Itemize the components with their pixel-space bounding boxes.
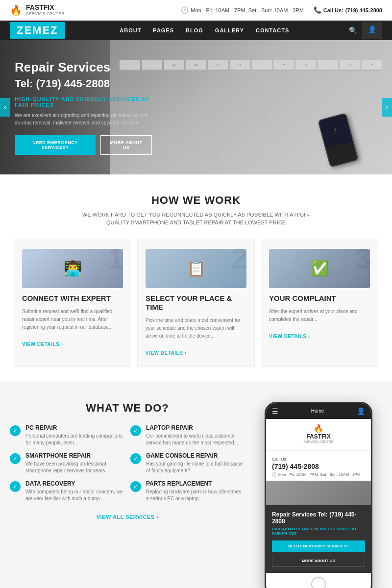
service-parts: ✓ PARTS REPLACEMENT Replacing hardware p… bbox=[130, 480, 245, 502]
search-icon[interactable]: 🔍 bbox=[344, 22, 362, 39]
phone-about-btn[interactable]: MORE ABOUT US bbox=[272, 555, 365, 567]
phone-flame-icon: 🔥 bbox=[314, 424, 323, 433]
step2-desc: Pick the time and place most convenient … bbox=[146, 317, 246, 340]
emergency-button[interactable]: NEED EMERGENCY SERVICES? bbox=[15, 135, 96, 155]
phone-hero-title: Repair Services Tel: (719) 445-2808 bbox=[272, 511, 365, 525]
step3-link[interactable]: VIEW DETAILS › bbox=[269, 334, 310, 339]
service-parts-desc: Replacing hardware parts is how oftentim… bbox=[146, 489, 245, 502]
phone-number: (719) 445-2808 bbox=[272, 463, 365, 470]
nav-contacts[interactable]: CONTACTS bbox=[250, 21, 295, 40]
call-us-label: Call Us: bbox=[323, 7, 343, 13]
phone-hours-text: Mon - Fri: 10AM - 7PM, Sat - Sun: 10AM -… bbox=[278, 472, 361, 477]
nav-badge: ZEMEZ bbox=[10, 22, 65, 39]
nav-links: ABOUT PAGES BLOG GALLERY CONTACTS bbox=[114, 21, 295, 40]
services-grid: ✓ PC REPAIR Personal computers are leadi… bbox=[10, 424, 245, 502]
phone-mockup-container: ☰ Home 👤 🔥 FASTFIX SERVICE CENTER Call U… bbox=[255, 402, 382, 588]
service-check-smartphone: ✓ bbox=[10, 453, 21, 464]
phone-clock-icon: 🕐 bbox=[272, 472, 277, 477]
nav-blog[interactable]: BLOG bbox=[180, 21, 209, 40]
how-title: HOW WE WORK bbox=[10, 194, 382, 207]
phone-logo-text: FASTFIX bbox=[306, 433, 330, 440]
service-check-pc: ✓ bbox=[10, 425, 21, 436]
service-data-desc: With computers being our major concern, … bbox=[25, 489, 124, 502]
top-bar: 🔥 FASTFIX SERVICE CENTER 🕐 Mon - Fri: 10… bbox=[0, 0, 392, 21]
phone-contact-section: Call Us: (719) 445-2808 🕐 Mon - Fri: 10A… bbox=[266, 453, 371, 481]
step3-title: YOUR COMPLAINT bbox=[269, 294, 370, 303]
flame-icon: 🔥 bbox=[10, 4, 22, 16]
phone-call-label: Call Us: bbox=[272, 457, 365, 462]
step2-link[interactable]: VIEW DETAILS › bbox=[146, 350, 186, 356]
hero-title: Repair Services bbox=[15, 60, 152, 75]
what-left: WHAT WE DO? ✓ PC REPAIR Personal compute… bbox=[10, 402, 245, 588]
phone-mockup: ☰ Home 👤 🔥 FASTFIX SERVICE CENTER Call U… bbox=[265, 402, 372, 588]
phone-icon: 📞 bbox=[314, 6, 321, 14]
service-laptop-desc: Our commitment to world class customer s… bbox=[146, 433, 245, 446]
step-card-2: 2 📋 SELECT YOUR PLACE & TIME Pick the ti… bbox=[137, 239, 255, 367]
phone-menu-icon: ☰ bbox=[272, 407, 278, 415]
phone-hero-section: Repair Services Tel: (719) 445-2808 HIGH… bbox=[266, 505, 371, 573]
how-subtitle: WE WORK HARD TO GET YOU RECONNECTED AS Q… bbox=[74, 211, 318, 227]
service-laptop: ✓ LAPTOP REPAIR Our commitment to world … bbox=[130, 424, 245, 446]
step2-title: SELECT YOUR PLACE & TIME bbox=[146, 294, 246, 312]
phone-logo-sub: SERVICE CENTER bbox=[303, 440, 333, 443]
service-pc: ✓ PC REPAIR Personal computers are leadi… bbox=[10, 424, 124, 446]
contact-info: 🕐 Mon - Fri: 10AM - 7PM, Sat - Sun: 10AM… bbox=[181, 6, 382, 14]
logo-area: 🔥 FASTFIX SERVICE CENTER bbox=[10, 4, 65, 16]
step1-link[interactable]: VIEW DETAILS › bbox=[22, 342, 63, 347]
service-laptop-name: LAPTOP REPAIR bbox=[146, 424, 245, 431]
phone-hero-bg bbox=[266, 481, 371, 505]
hero-desc: We are excellent at upgrading and repair… bbox=[15, 112, 152, 126]
hero-content: Repair Services Tel: (719) 445-2808 HIGH… bbox=[0, 40, 167, 174]
service-check-game: ✓ bbox=[130, 453, 141, 464]
user-icon[interactable]: 👤 bbox=[362, 22, 382, 39]
step1-title: CONNECT WITH EXPERT bbox=[22, 294, 123, 303]
service-gameconsole: ✓ GAME CONSOLE REPAIR Has your gaming li… bbox=[130, 452, 245, 474]
steps-grid: 1 👨‍💻 CONNECT WITH EXPERT Submit a reque… bbox=[10, 239, 382, 367]
logo-name: FASTFIX bbox=[26, 4, 65, 11]
service-game-desc: Has your gaming life come to a halt beca… bbox=[146, 461, 245, 474]
nav-about[interactable]: ABOUT bbox=[114, 21, 147, 40]
view-all-link[interactable]: VIEW ALL SERVICES › bbox=[97, 514, 159, 520]
service-check-parts: ✓ bbox=[130, 481, 141, 492]
service-pc-desc: Personal computers are leading companion… bbox=[25, 433, 124, 446]
what-title: WHAT WE DO? bbox=[10, 402, 245, 415]
logo-subtitle: SERVICE CENTER bbox=[26, 11, 65, 16]
phone-hero-tagline: HIGH-QUALITY AND FRIENDLY SERVICES AT FA… bbox=[272, 527, 365, 536]
service-data: ✓ DATA RECOVERY With computers being our… bbox=[10, 480, 124, 502]
service-check-laptop: ✓ bbox=[130, 425, 141, 436]
service-check-data: ✓ bbox=[10, 481, 21, 492]
hours-text: Mon - Fri: 10AM - 7PM, Sat - Sun: 10AM -… bbox=[191, 7, 303, 13]
step-card-3: 3 ✅ YOUR COMPLAINT After the expert arri… bbox=[261, 239, 378, 367]
step1-desc: Submit a request and we'll find a qualif… bbox=[22, 308, 123, 331]
phone-hours: 🕐 Mon - Fri: 10AM - 7PM, Sat - Sun: 10AM… bbox=[272, 472, 365, 477]
service-pc-name: PC REPAIR bbox=[25, 424, 124, 431]
phone-user-icon: 👤 bbox=[357, 407, 365, 415]
phone-home-label: Home bbox=[311, 408, 324, 414]
nav-pages[interactable]: PAGES bbox=[147, 21, 180, 40]
hero-section: ‹ Q W E R T Y U I O P 📱 Repair Services … bbox=[0, 40, 392, 174]
service-smartphone-desc: We have been providing professional smar… bbox=[25, 461, 124, 474]
service-data-name: DATA RECOVERY bbox=[25, 480, 124, 487]
hero-arrow-left[interactable]: ‹ bbox=[0, 98, 10, 117]
service-game-name: GAME CONSOLE REPAIR bbox=[146, 452, 245, 459]
phone-logo-section: 🔥 FASTFIX SERVICE CENTER bbox=[266, 419, 371, 448]
hero-phone: Tel: (719) 445-2808 bbox=[15, 77, 152, 90]
step3-desc: After the expert arrives at your place a… bbox=[269, 308, 370, 323]
what-we-do-section: WHAT WE DO? ✓ PC REPAIR Personal compute… bbox=[0, 382, 392, 588]
service-parts-name: PARTS REPLACEMENT bbox=[146, 480, 245, 487]
hero-tagline: HIGH-QUALITY AND FRIENDLY SERVICES AT FA… bbox=[15, 96, 152, 108]
service-smartphone-name: SMARTPHONE REPAIR bbox=[25, 452, 124, 459]
phone-top-bar: ☰ Home 👤 bbox=[266, 403, 371, 419]
how-we-work-section: HOW WE WORK WE WORK HARD TO GET YOU RECO… bbox=[0, 174, 392, 382]
phone-number: (719) 445-2808 bbox=[345, 7, 382, 13]
clock-icon: 🕐 bbox=[181, 6, 189, 14]
nav-bar: ZEMEZ ABOUT PAGES BLOG GALLERY CONTACTS … bbox=[0, 21, 392, 40]
phone-emergency-btn[interactable]: NEED EMERGENCY SERVICES? bbox=[272, 540, 365, 552]
about-button[interactable]: MORE ABOUT US bbox=[100, 135, 152, 155]
service-smartphone: ✓ SMARTPHONE REPAIR We have been providi… bbox=[10, 452, 124, 474]
view-all-services: VIEW ALL SERVICES › bbox=[10, 512, 245, 521]
nav-gallery[interactable]: GALLERY bbox=[209, 21, 250, 40]
phone-home-button[interactable] bbox=[311, 577, 326, 588]
hero-arrow-right[interactable]: › bbox=[382, 98, 392, 117]
step-card-1: 1 👨‍💻 CONNECT WITH EXPERT Submit a reque… bbox=[14, 239, 131, 367]
